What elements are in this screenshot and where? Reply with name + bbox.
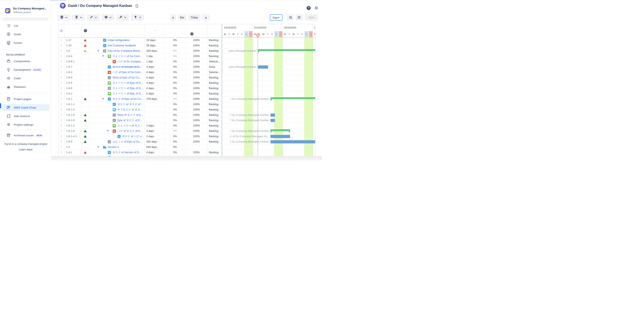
collapse-toggle[interactable] [107,130,109,132]
bar-mode-button[interactable]: Bar [178,14,186,20]
row-drag-handle[interactable]: ⣿ [58,80,64,85]
table-row[interactable]: ⣿1-6-1-4-1!✓タスク of バグ o...3 days0%100%Ba… [58,134,214,139]
collapse-toggle[interactable] [97,146,99,148]
issue-link[interactable]: タスク of バグ o... [122,134,144,139]
view-button[interactable] [102,14,114,20]
filter-button[interactable] [131,14,144,20]
issue-link[interactable]: バグ of Du Compan... [118,59,143,64]
gantt-day-cell[interactable]: F [270,31,274,37]
gantt-task-bar[interactable] [258,65,268,69]
help-icon[interactable]: ? [306,6,311,10]
sidebar-item-list[interactable]: List [2,22,50,29]
tools-button[interactable] [116,14,129,20]
column-header-issue[interactable] [91,24,142,37]
sidebar-item-project-pages[interactable]: Project pages [2,95,50,102]
gantt-day-cell[interactable]: M [283,31,287,37]
sidebar-item-code[interactable]: Code [2,75,50,82]
collapse-toggle[interactable] [102,98,104,100]
table-row[interactable]: ⣿1-6-9!エピック of Epic of Du ...280 days0%1… [58,139,214,144]
row-drag-handle[interactable]: ⣿ [58,144,64,150]
issue-link[interactable]: ストーリー of Epic of D... [112,91,143,96]
table-row[interactable]: ⣿1-6-8-1バグ of Du Compan...1 day0%100%Sel… [58,59,214,64]
gantt-day-cell[interactable]: W [231,31,236,37]
row-drag-handle[interactable]: ⣿ [58,86,64,91]
issue-link[interactable]: Story of タスク of E... [118,112,143,118]
vertical-scrollbar[interactable] [221,24,222,156]
collapse-toggle[interactable] [97,50,99,51]
table-row[interactable]: ⣿1-6-4Story of Epic of Du Co...4 days0%1… [58,75,214,80]
issue-link[interactable]: Initial configuration [108,38,130,43]
issue-link[interactable]: エピック of Epic of Du ... [112,139,142,144]
gantt-day-cell[interactable]: W [292,31,296,37]
scroll-left-button[interactable]: « [170,14,176,20]
issue-link[interactable]: ストーリー of タス... [118,123,142,128]
issue-link[interactable]: Version 3 [108,144,119,150]
gantt-task-bar[interactable] [270,113,275,117]
issue-link[interactable]: Epic of Du Company Mana... [108,48,142,53]
gantt-day-cell[interactable]: S [304,31,308,37]
row-drag-handle[interactable]: ⣿ [58,107,64,112]
move-columns-header[interactable] [58,24,64,37]
issue-link[interactable]: Epic of タスク of E... [118,118,142,123]
issue-link[interactable]: タスク of Version of D... [112,64,141,69]
table-row[interactable]: ⣿1-4-1!✓タスク of Version of D...4 days0%10… [58,150,214,155]
redo-button[interactable] [296,14,303,20]
gantt-day-cell[interactable]: W [261,31,266,37]
row-drag-handle[interactable]: ⣿ [58,54,64,59]
table-row[interactable]: ⣿1-4Version 3549 days0% [58,144,214,150]
row-drag-handle[interactable]: ⣿ [58,150,64,155]
learn-more-link[interactable]: Learn more [0,148,51,151]
gantt-day-cell[interactable]: S [274,31,278,37]
sidebar-item-add-shortcut[interactable]: Add shortcut [2,113,50,119]
issue-link[interactable]: ストーリー of Du Com... [112,54,142,59]
scroll-right-button[interactable]: » [202,14,210,20]
gantt-day-cell[interactable]: T [266,31,270,37]
sidebar-item-wbs-gantt-chart[interactable]: WBS Gantt-Chart [2,104,50,111]
gantt-task-bar[interactable] [270,135,290,138]
table-row[interactable]: ⣿1-6-1-5!Story of タスク of E...0%100%Backl… [58,112,214,118]
row-drag-handle[interactable]: ⣿ [58,38,64,43]
edit-button[interactable] [87,14,100,20]
gantt-day-cell[interactable]: S [308,31,313,37]
gantt-day-cell[interactable]: T [296,31,300,37]
column-header-duration[interactable]: ↑ [144,24,164,37]
column-header-units[interactable] [186,24,207,37]
refresh-icon[interactable] [135,4,139,8]
row-drag-handle[interactable]: ⣿ [58,102,64,107]
table-row[interactable]: ⣿1-6-1!✓タスク of Epic of Du Co...276 days0… [58,96,214,102]
gantt-day-cell[interactable]: T [227,31,231,37]
issue-link[interactable]: タスク of Version of D... [112,150,141,155]
zoom-select[interactable]: Day [270,14,282,21]
gantt-day-cell[interactable]: M [313,31,315,37]
gantt-day-cell[interactable]: F [300,31,304,37]
row-drag-handle[interactable]: ⣿ [58,43,64,48]
row-drag-handle[interactable]: ⣿ [58,59,64,64]
table-row[interactable]: ⣿1-6-1-3ストーリー of タス...3 days0%100%Backlo… [58,123,214,128]
row-drag-handle[interactable]: ⣿ [58,123,64,128]
table-row[interactable]: ⣿1-6-1-2サブタスク of タス...0%100%Backlog [58,107,214,112]
issue-link[interactable]: バグ of タスク of E... [118,128,142,134]
table-row[interactable]: ⣿1-6!Epic of Du Company Mana...283 days0… [58,48,214,54]
issue-link[interactable]: タスク of Epic of Du Co... [112,96,143,101]
gantt-day-cell[interactable]: M [222,31,227,37]
table-row[interactable]: ⣿1-6-6ストーリー of Epic of D...4 days0%100%B… [58,86,214,91]
row-drag-handle[interactable]: ⣿ [58,96,64,101]
gear-icon[interactable]: ⚙ [314,6,318,10]
row-drag-handle[interactable]: ⣿ [58,118,64,123]
gantt-day-cell[interactable]: T [236,31,240,37]
column-header-status[interactable] [209,24,221,37]
table-row[interactable]: ⣿1-6-2ストーリー of Epic of D...5 days0%100%B… [58,91,214,96]
column-header-done[interactable] [164,24,186,37]
row-drag-handle[interactable]: ⣿ [58,134,64,139]
table-row[interactable]: ⣿1-28!✓Get Customer feedback26 days0%100… [58,43,214,48]
sidebar-item-project-settings[interactable]: ⚙Project settings [2,121,50,128]
row-drag-handle[interactable]: ⣿ [58,75,64,80]
table-row[interactable]: ⣿1-6-3バグ of Epic of Du Com...4 days0%100… [58,70,214,75]
table-row[interactable]: ⣿1-6-1-6!Epic of タスク of E...0%100%Backlo… [58,118,214,123]
sidebar-item-components[interactable]: Components... [2,58,50,64]
row-drag-handle[interactable]: ⣿ [58,128,64,134]
column-header-number[interactable] [66,24,79,37]
issue-link[interactable]: タスク of タスク of ... [118,102,144,107]
table-row[interactable]: ⣿1-6-7✓タスク of Version of D...3 days0%100… [58,64,214,70]
sidebar-item-issues[interactable]: Issues [2,39,50,46]
